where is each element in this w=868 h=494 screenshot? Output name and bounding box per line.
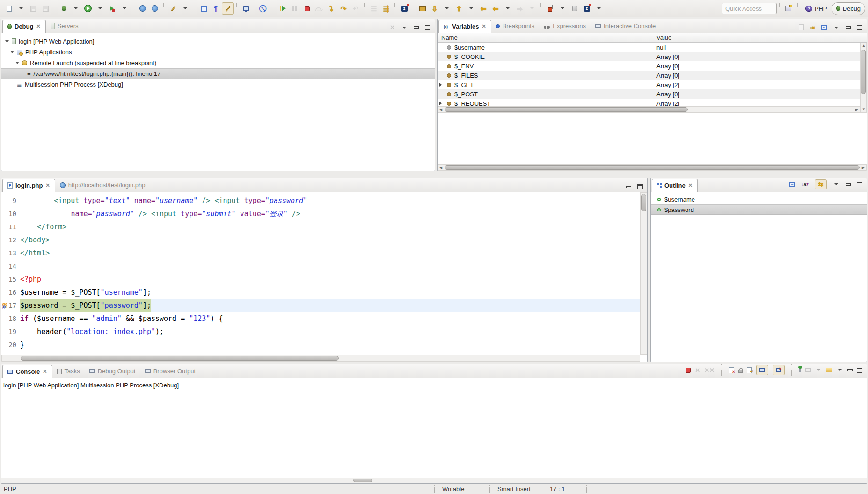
forward-dropdown[interactable]: [526, 2, 538, 15]
console-hscrollbar[interactable]: [1, 478, 867, 483]
code-line-text[interactable]: <input type="text" name="username" /> <i…: [20, 194, 640, 207]
debug-tree-row[interactable]: ≣Multisession PHP Process [XDebug]: [1, 79, 435, 90]
disconnect-button[interactable]: ⤼: [313, 2, 325, 15]
code-line[interactable]: 20}: [1, 338, 640, 351]
show-console-on-error-button[interactable]: ✕: [773, 365, 785, 375]
close-icon[interactable]: ✕: [481, 24, 486, 29]
tab-breakpoints[interactable]: Breakpoints: [491, 19, 540, 33]
code-line-text[interactable]: [20, 260, 640, 273]
code-line[interactable]: 18if ($username == "admin" && $password …: [1, 312, 640, 325]
line-number[interactable]: 16: [1, 286, 20, 299]
code-editor[interactable]: 9 <input type="text" name="username" /> …: [1, 192, 640, 355]
debug-dropdown[interactable]: [70, 2, 82, 15]
variable-row[interactable]: $_POSTArray [0]: [438, 89, 867, 99]
code-line-text[interactable]: }: [20, 338, 640, 351]
code-line-text[interactable]: </form>: [20, 220, 640, 233]
variables-hscrollbar[interactable]: ◀ ▶: [438, 106, 860, 113]
line-number[interactable]: 15: [1, 273, 20, 286]
minimize-icon[interactable]: [847, 369, 853, 371]
minimize-icon[interactable]: [414, 26, 419, 29]
open-perspective-button[interactable]: [783, 2, 795, 15]
variables-column-header[interactable]: Name Value: [438, 33, 867, 43]
scrollbar-thumb[interactable]: [641, 194, 646, 211]
scroll-lock-icon[interactable]: [738, 370, 743, 373]
code-line-text[interactable]: header("location: index.php");: [20, 325, 640, 338]
skip-all-breakpoints-button[interactable]: ⃠: [258, 2, 270, 15]
minimize-icon[interactable]: [626, 186, 631, 188]
code-line-text[interactable]: </body>: [20, 233, 640, 247]
variable-row[interactable]: $_FILESArray [0]: [438, 71, 867, 80]
resume-button[interactable]: [277, 2, 289, 15]
scroll-down-arrow[interactable]: ▼: [862, 108, 866, 111]
variables-detail-pane[interactable]: [438, 113, 867, 165]
previous-annotation-button[interactable]: ⇧: [453, 2, 465, 15]
maximize-icon[interactable]: [857, 182, 862, 187]
open-console-icon[interactable]: [826, 368, 832, 372]
tree-expander-icon[interactable]: [5, 40, 9, 43]
block-selection-button[interactable]: [197, 2, 210, 15]
code-line[interactable]: 14: [1, 260, 640, 273]
close-icon[interactable]: ✕: [688, 183, 693, 188]
use-step-filters-button[interactable]: ⇶: [380, 2, 392, 15]
terminate-icon[interactable]: [686, 368, 691, 373]
link-with-editor-button[interactable]: ⇆: [815, 179, 827, 189]
code-line[interactable]: 10 name="password" /> <input type="submi…: [1, 207, 640, 220]
tab-browser-output[interactable]: Browser Output: [140, 364, 200, 378]
code-line-text[interactable]: $username = $_POST["username"];: [20, 286, 640, 299]
code-line[interactable]: 11 </form>: [1, 220, 640, 233]
clear-console-icon[interactable]: ✕: [729, 367, 734, 373]
perspective-debug-button[interactable]: Debug: [832, 2, 865, 15]
show-logical-structure-icon[interactable]: ⇥: [810, 25, 815, 30]
show-selected-stack-button[interactable]: ☰: [368, 2, 380, 15]
line-number[interactable]: 10: [1, 207, 20, 220]
close-icon[interactable]: ✕: [43, 369, 47, 374]
tab-login-php[interactable]: P login.php ✕: [2, 179, 55, 192]
variable-row[interactable]: $_ENVArray [0]: [438, 61, 867, 71]
maximize-icon[interactable]: [425, 25, 430, 30]
name-column-header[interactable]: Name: [438, 34, 458, 41]
line-number[interactable]: 11: [1, 220, 20, 233]
variable-row[interactable]: $usernamenull: [438, 43, 867, 52]
search-button[interactable]: [167, 2, 179, 15]
save-button[interactable]: [27, 2, 39, 15]
new-wizard-button[interactable]: [3, 2, 15, 15]
collapse-all-icon[interactable]: −: [821, 25, 827, 30]
remove-all-launches-icon[interactable]: ✕✕: [704, 367, 715, 373]
debug-console-menu-dropdown[interactable]: [593, 2, 605, 15]
status-caret-position[interactable]: 17 : 1: [550, 486, 565, 493]
tab-expressions[interactable]: Expressions: [539, 19, 591, 33]
scroll-right-arrow[interactable]: ▶: [855, 108, 858, 112]
minimize-icon[interactable]: [846, 26, 851, 29]
step-over-button[interactable]: ↷: [337, 2, 350, 15]
code-line-text[interactable]: </html>: [20, 247, 640, 260]
search-dropdown[interactable]: [179, 2, 191, 15]
code-line[interactable]: 16$username = $_POST["username"];: [1, 286, 640, 299]
debug-tree-row[interactable]: PHP Applications: [1, 47, 435, 58]
last-edit-location-button[interactable]: ⬅: [477, 2, 489, 15]
column-divider[interactable]: [653, 33, 653, 42]
debug-console-menu-button[interactable]: z: [581, 2, 593, 15]
scrollbar-thumb[interactable]: [445, 165, 860, 170]
suspend-button[interactable]: [289, 2, 301, 15]
line-number[interactable]: 13: [1, 247, 20, 260]
terminate-button[interactable]: [301, 2, 313, 15]
outline-item[interactable]: $username: [651, 194, 867, 204]
back-dropdown[interactable]: [502, 2, 514, 15]
scrollbar-thumb[interactable]: [861, 50, 866, 94]
maximize-icon[interactable]: [637, 184, 643, 189]
display-console-icon[interactable]: [805, 368, 811, 372]
variables-detail-hscrollbar[interactable]: ◀ ▶: [438, 164, 867, 171]
previous-annotation-dropdown[interactable]: [465, 2, 477, 15]
view-menu-icon[interactable]: [834, 27, 838, 29]
tab-variables[interactable]: (x)= Variables ✕: [438, 20, 491, 33]
run-button[interactable]: [82, 2, 94, 15]
tab-servers[interactable]: Servers: [46, 19, 83, 33]
code-line[interactable]: 13</html>: [1, 247, 640, 260]
view-menu-icon[interactable]: [402, 27, 406, 29]
debug-tree-row[interactable]: login [PHP Web Application]: [1, 36, 435, 47]
next-annotation-dropdown[interactable]: [441, 2, 453, 15]
scrollbar-thumb[interactable]: [21, 356, 339, 361]
tree-expander-icon[interactable]: [10, 51, 14, 53]
tab-localhost-login[interactable]: http://localhost/test/login.php: [55, 178, 150, 192]
code-line-text[interactable]: <?php: [20, 273, 640, 286]
